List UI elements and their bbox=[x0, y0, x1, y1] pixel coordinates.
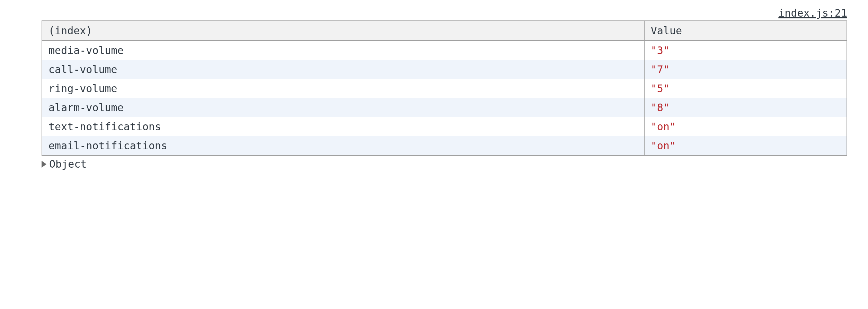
source-link-row: index.js:21 bbox=[17, 7, 851, 19]
header-value[interactable]: Value bbox=[644, 21, 847, 41]
cell-value: "8" bbox=[644, 98, 847, 117]
object-expand-toggle[interactable]: Object bbox=[42, 158, 851, 170]
cell-value: "7" bbox=[644, 60, 847, 79]
cell-index: media-volume bbox=[42, 41, 644, 60]
console-table: (index) Value media-volume "3" call-volu… bbox=[42, 20, 847, 156]
cell-index: alarm-volume bbox=[42, 98, 644, 117]
cell-value: "on" bbox=[644, 117, 847, 136]
cell-value: "3" bbox=[644, 41, 847, 60]
cell-index: ring-volume bbox=[42, 79, 644, 98]
table-row: call-volume "7" bbox=[42, 60, 847, 79]
table-row: text-notifications "on" bbox=[42, 117, 847, 136]
table-body: media-volume "3" call-volume "7" ring-vo… bbox=[42, 41, 847, 156]
object-label: Object bbox=[49, 158, 87, 170]
cell-value: "on" bbox=[644, 136, 847, 156]
console-output: index.js:21 (index) Value media-volume "… bbox=[17, 7, 851, 170]
cell-index: call-volume bbox=[42, 60, 644, 79]
cell-index: text-notifications bbox=[42, 117, 644, 136]
cell-value: "5" bbox=[644, 79, 847, 98]
table-row: ring-volume "5" bbox=[42, 79, 847, 98]
header-index[interactable]: (index) bbox=[42, 21, 644, 41]
table-row: media-volume "3" bbox=[42, 41, 847, 60]
cell-index: email-notifications bbox=[42, 136, 644, 156]
table-row: alarm-volume "8" bbox=[42, 98, 847, 117]
table-row: email-notifications "on" bbox=[42, 136, 847, 156]
source-file-link[interactable]: index.js:21 bbox=[778, 7, 847, 19]
disclosure-triangle-icon bbox=[42, 161, 46, 168]
table-header-row: (index) Value bbox=[42, 21, 847, 41]
